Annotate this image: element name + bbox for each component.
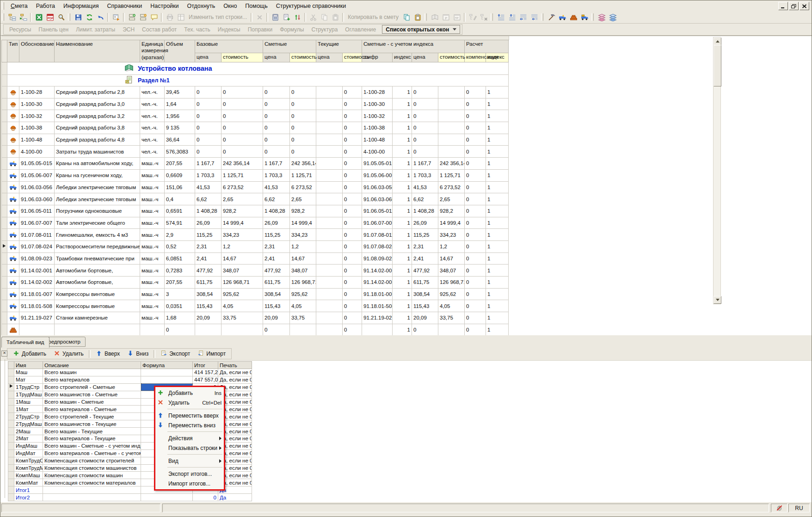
cell[interactable]: 0 [412,122,438,134]
cell[interactable]: 1,956 [165,110,195,122]
cell[interactable]: 0 [465,122,486,134]
cell[interactable]: 1 [486,252,509,265]
cell[interactable]: 1Маш [14,398,43,406]
cell[interactable]: 0,6609 [165,169,195,181]
cell[interactable]: 1 [393,288,412,300]
cell[interactable]: 91.06.03-056 [19,181,55,193]
cell[interactable]: 1 [486,134,509,146]
sort-updown-icon[interactable] [292,12,303,22]
section-row[interactable]: PРаздел №1 [2,75,509,86]
cell[interactable]: маш.-ч [140,217,165,229]
tree-levels-icon[interactable] [6,12,18,22]
cell[interactable]: 33,75 [290,312,316,324]
cell[interactable]: 242 356,14 [221,158,263,170]
pdf-icon[interactable]: PDF [44,12,55,22]
cell[interactable]: 1-100-32 [362,110,393,122]
move-down-button[interactable]: Вниз [123,350,152,358]
cell[interactable] [316,193,343,205]
cell[interactable]: 6,62 [263,193,290,205]
cell[interactable] [19,324,55,336]
estimate-grid[interactable]: ТипОбоснованиеНаименованиеЕдиница измере… [1,40,509,336]
cell[interactable]: 611,75 [195,277,221,289]
cell[interactable]: 242 356,14 [290,158,316,170]
estimate-row[interactable]: 0001001 [2,324,509,336]
cell[interactable]: 0 [465,181,486,193]
menu-otdohnut[interactable]: Отдохнуть [183,1,220,11]
estimate-row[interactable]: 91.06.05-011Погрузчики одноковшовыемаш.-… [2,205,509,217]
cell[interactable]: 0 [465,158,486,170]
cell[interactable]: 115,43 [263,300,290,312]
cell[interactable]: 0 [465,110,486,122]
cell[interactable]: Итог2 [14,494,43,501]
cell[interactable]: 1 [486,300,509,312]
cell[interactable]: 1 [486,265,509,277]
cell[interactable]: Автомобили бортовые, [55,277,140,289]
cell[interactable]: 1 [486,110,509,122]
cell[interactable]: маш.-ч [140,265,165,277]
cell[interactable]: 1-100-32 [19,110,55,122]
cell[interactable]: 4-100-00 [19,146,55,158]
cell[interactable]: 0 [465,86,486,98]
excel-icon[interactable] [33,12,44,22]
cell[interactable]: 6,0851 [165,252,195,265]
cell[interactable]: 91.06.07-007 [362,217,393,229]
cell[interactable]: маш.-ч [140,205,165,217]
cell[interactable]: Средний разряд работы 3,8 [55,122,140,134]
cell[interactable]: Всего машин - Текущие [43,428,141,435]
cell[interactable]: 1 [393,324,412,336]
menu-import-totals[interactable]: Импорт итогов... [155,479,224,488]
cell[interactable]: 334,23 [290,229,316,241]
cell[interactable]: 0 [465,288,486,300]
cell[interactable]: 4,05 [290,300,316,312]
cell[interactable]: КомпТрудСт [14,457,43,464]
cell[interactable]: 91.06.07-007 [19,217,55,229]
cell[interactable] [43,486,141,494]
close-x-icon[interactable] [254,12,265,22]
cell[interactable]: 1 125,71 [290,169,316,181]
cell[interactable]: 0 [412,324,438,336]
cell[interactable]: 1 408,28 [412,205,438,217]
cell[interactable]: 0 [221,86,263,98]
cell[interactable]: 20,09 [195,312,221,324]
cell[interactable]: Компрессоры винтовые [55,288,140,300]
cell[interactable]: маш.-ч [140,181,165,193]
cell[interactable]: 91.14.02-001 [19,265,55,277]
panel-tab-3[interactable]: ЭСН [119,26,138,33]
cell[interactable]: 14,67 [438,252,465,265]
cell[interactable]: 91.06.03-060 [362,193,393,205]
cell[interactable]: Автомобили бортовые, [55,265,140,277]
cell[interactable]: 1 [393,229,412,241]
cell[interactable]: 0 [465,240,486,252]
window-p-icon[interactable]: P [440,12,451,22]
estimate-row[interactable]: 91.18.01-007Компрессоры винтовыемаш.-ч33… [2,288,509,300]
cell[interactable]: чел.-ч. [140,146,165,158]
toolbar-grip[interactable] [68,13,70,21]
cell[interactable]: 1 [393,181,412,193]
cell[interactable]: 14,67 [221,252,263,265]
cell[interactable] [316,134,343,146]
cell[interactable]: 0 [465,169,486,181]
cell[interactable]: Мат [14,376,43,383]
cell[interactable]: 0 [343,169,362,181]
paste-icon[interactable] [330,12,341,22]
tree-add-icon[interactable] [18,12,29,22]
toolbar-grip[interactable] [491,13,493,21]
layers-blue-icon[interactable] [607,12,618,22]
cell[interactable]: 115,25 [412,229,438,241]
cell[interactable]: 115,43 [412,300,438,312]
cell[interactable]: 91.08.09-023 [362,252,393,265]
cell[interactable] [141,376,193,383]
scroll-down-button[interactable] [714,296,721,304]
delete-row-button[interactable]: Удалить [50,350,87,358]
cell[interactable]: 0 [412,86,438,98]
level-left2-icon[interactable] [529,12,540,22]
cell[interactable]: 0 [263,110,290,122]
cell[interactable]: Лебедки электрические тяговым [55,181,140,193]
cell[interactable]: ИндМат [14,449,43,457]
cell[interactable]: 0 [465,134,486,146]
move-up-button[interactable]: Вверх [92,350,123,358]
open-windows-dropdown[interactable]: Список открытых окон [382,25,460,34]
cell[interactable]: чел.-ч. [140,86,165,98]
cell[interactable]: 0 [221,134,263,146]
level-up2-icon[interactable] [506,12,517,22]
